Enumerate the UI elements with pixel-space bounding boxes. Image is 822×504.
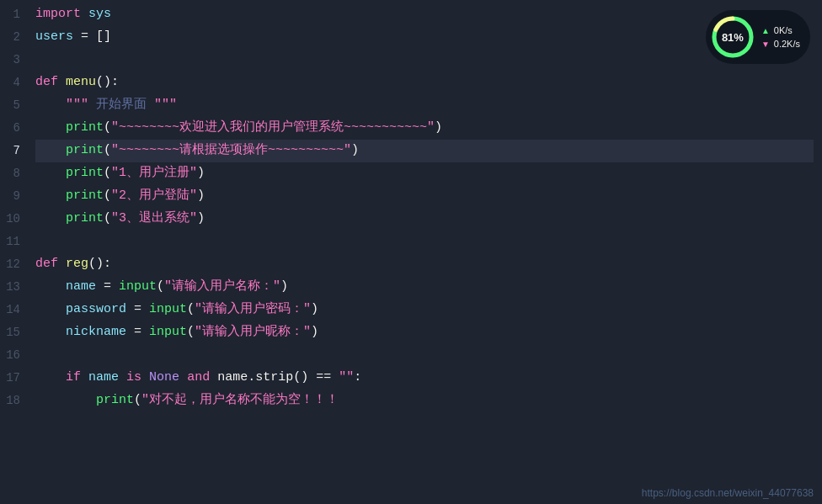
download-icon: ▼	[761, 40, 770, 49]
line-num-2: 2	[5, 26, 20, 49]
code-line-2: users = []	[35, 26, 814, 49]
line-num-11: 11	[5, 231, 20, 253]
code-line-9: print("2、用户登陆")	[35, 185, 814, 208]
code-line-1: import sys	[35, 3, 814, 26]
code-line-5: """ 开始界面 """	[35, 94, 814, 117]
code-line-8: print("1、用户注册")	[35, 162, 814, 185]
code-line-10: print("3、退出系统")	[35, 208, 814, 231]
network-stats: ▲ 0K/s ▼ 0.2K/s	[761, 25, 800, 49]
line-num-14: 14	[5, 299, 20, 321]
line-num-13: 13	[5, 276, 20, 299]
code-line-11	[35, 231, 814, 253]
line-numbers: 1 2 3 4 5 6 7 8 9 10 11 12 13 14 15 16 1…	[0, 0, 27, 504]
code-content: import sys users = [] def menu(): """ 开始…	[27, 0, 822, 504]
line-num-18: 18	[5, 390, 20, 412]
line-num-15: 15	[5, 321, 20, 344]
line-num-5: 5	[5, 94, 20, 117]
code-line-7: print("~~~~~~~~请根据选项操作~~~~~~~~~~")	[35, 140, 814, 162]
upload-row: ▲ 0K/s	[761, 25, 800, 35]
line-num-8: 8	[5, 162, 20, 185]
upload-icon: ▲	[761, 26, 770, 35]
url-text: https://blog.csdn.net/weixin_44077638	[642, 487, 814, 499]
code-line-17: if name is None and name.strip() == "":	[35, 367, 814, 390]
code-line-13: name = input("请输入用户名称：")	[35, 276, 814, 299]
line-num-1: 1	[5, 3, 20, 26]
code-line-14: password = input("请输入用户密码：")	[35, 299, 814, 321]
network-widget: 81% ▲ 0K/s ▼ 0.2K/s	[706, 10, 810, 64]
code-line-3	[35, 49, 814, 72]
download-row: ▼ 0.2K/s	[761, 39, 800, 49]
code-line-12: def reg():	[35, 253, 814, 276]
gauge-percent-label: 81%	[722, 31, 744, 44]
code-line-18: print("对不起，用户名称不能为空！！！	[35, 390, 814, 412]
line-num-3: 3	[5, 49, 20, 72]
code-line-4: def menu():	[35, 72, 814, 94]
line-num-4: 4	[5, 72, 20, 94]
gauge-circle: 81%	[711, 15, 755, 59]
url-overlay: https://blog.csdn.net/weixin_44077638	[642, 487, 814, 499]
code-editor: 1 2 3 4 5 6 7 8 9 10 11 12 13 14 15 16 1…	[0, 0, 822, 504]
line-num-7: 7	[5, 140, 20, 162]
line-num-12: 12	[5, 253, 20, 276]
line-num-17: 17	[5, 367, 20, 390]
download-speed: 0.2K/s	[774, 39, 800, 49]
line-num-16: 16	[5, 344, 20, 367]
code-line-16	[35, 344, 814, 367]
code-line-15: nickname = input("请输入用户昵称：")	[35, 321, 814, 344]
keyword-import: import	[35, 4, 81, 25]
upload-speed: 0K/s	[774, 25, 793, 35]
code-line-6: print("~~~~~~~~欢迎进入我们的用户管理系统~~~~~~~~~~~"…	[35, 117, 814, 140]
line-num-10: 10	[5, 208, 20, 231]
line-num-9: 9	[5, 185, 20, 208]
line-num-6: 6	[5, 117, 20, 140]
module-sys: sys	[88, 4, 111, 25]
